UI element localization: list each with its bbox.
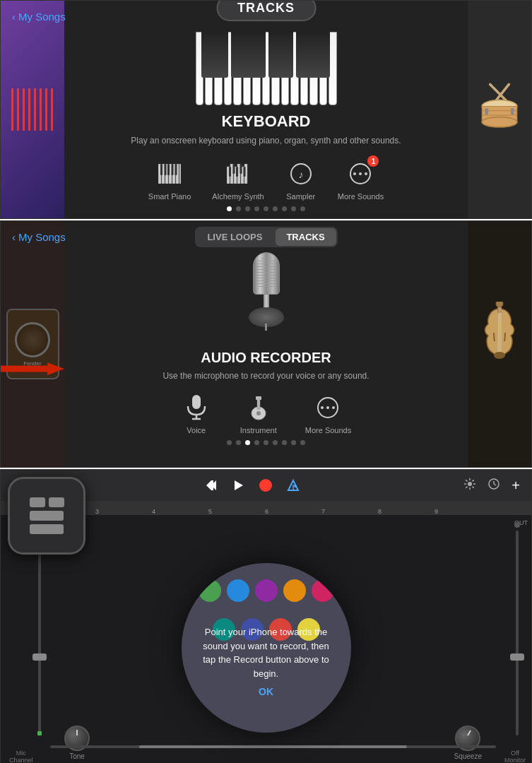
dot-8 xyxy=(291,206,296,211)
circle-text-area: Point your iPhone towards the sound you … xyxy=(196,625,337,697)
rewind-icon xyxy=(205,479,218,492)
panel-recording: + 2 3 4 5 6 7 8 9 IN OUT xyxy=(0,469,532,763)
rewind-button[interactable] xyxy=(205,478,218,492)
more-sounds-item-2[interactable]: More Sounds xyxy=(305,392,351,434)
p2-dot-3 xyxy=(245,440,250,445)
svg-line-70 xyxy=(466,480,468,481)
big-icon-overlay xyxy=(8,477,85,555)
arrow-line xyxy=(0,362,64,375)
panel1-dots xyxy=(227,206,305,211)
violin-visual xyxy=(478,302,521,386)
tab-live-loops[interactable]: LIVE LOOPS xyxy=(196,228,273,246)
blob-pink xyxy=(312,579,334,602)
panel1-left-card[interactable] xyxy=(1,1,64,218)
back-label-1: My Songs xyxy=(18,11,66,23)
sampler-item[interactable]: ♪ Sampler xyxy=(285,158,317,201)
scrollbar-thumb xyxy=(139,745,407,748)
dot-5 xyxy=(264,206,268,211)
ok-button[interactable]: OK xyxy=(196,686,337,697)
back-button-1[interactable]: ‹ My Songs xyxy=(12,11,66,23)
fader-track-left[interactable] xyxy=(38,531,41,735)
white-keys xyxy=(196,32,337,105)
clock-icon xyxy=(487,478,500,490)
metronome-icon xyxy=(287,479,300,492)
sun-icon[interactable] xyxy=(463,478,476,494)
icon-block-wide-2 xyxy=(30,524,64,534)
voice-item[interactable]: Voice xyxy=(181,392,212,434)
fader-right[interactable] xyxy=(503,522,531,735)
panel2-left-card[interactable]: Fender xyxy=(1,221,64,467)
white-key xyxy=(281,32,289,105)
svg-rect-36 xyxy=(485,108,488,114)
blob-purple xyxy=(255,579,278,602)
tab-tracks[interactable]: TRACKS xyxy=(275,228,336,246)
mic-channel-label: Mic Channel xyxy=(4,750,33,763)
ruler-mark-8: 8 xyxy=(378,508,382,515)
p2-dot-6 xyxy=(273,440,278,445)
more-sounds-item[interactable]: 1 More Sounds xyxy=(338,158,384,201)
track-area: IN OUT xyxy=(1,515,531,763)
sampler-label: Sampler xyxy=(286,192,315,201)
chevron-left-icon-2: ‹ xyxy=(12,231,16,243)
svg-point-49 xyxy=(326,406,329,409)
dot-6 xyxy=(273,206,278,211)
svg-point-65 xyxy=(468,482,472,486)
svg-rect-44 xyxy=(256,396,261,400)
smart-piano-item[interactable]: Smart Piano xyxy=(148,158,191,201)
svg-line-72 xyxy=(473,480,474,481)
fader-track-right[interactable] xyxy=(516,531,519,735)
popup-text: Point your iPhone towards the sound you … xyxy=(196,625,337,680)
horizontal-scrollbar[interactable] xyxy=(50,745,496,748)
svg-point-64 xyxy=(294,485,297,487)
svg-rect-21 xyxy=(240,164,242,174)
white-key xyxy=(262,32,270,105)
voice-label: Voice xyxy=(187,426,206,434)
svg-rect-9 xyxy=(167,164,170,175)
icon-row-top xyxy=(30,497,64,507)
back-label-2: My Songs xyxy=(18,231,66,243)
keyboard-visual xyxy=(196,32,337,105)
dot-9 xyxy=(300,206,305,211)
svg-marker-60 xyxy=(235,480,243,490)
panel1-right-card[interactable] xyxy=(468,1,531,218)
plus-button[interactable]: + xyxy=(512,478,520,494)
ruler-mark-9: 9 xyxy=(435,508,438,515)
red-arrow xyxy=(0,362,64,375)
panel1-main: KEYBOARD Play an onscreen keyboard using… xyxy=(64,1,468,218)
fader-thumb-left[interactable] xyxy=(32,653,47,661)
transport-right: + xyxy=(463,478,520,494)
panel2-right-card[interactable] xyxy=(468,221,531,467)
back-button-2[interactable]: ‹ My Songs xyxy=(12,231,66,243)
svg-rect-38 xyxy=(192,395,201,409)
tracks-title: TRACKS xyxy=(237,1,295,15)
p2-dot-5 xyxy=(264,440,268,445)
panel2-icon-row: Voice xyxy=(181,392,351,434)
big-icon-inner xyxy=(30,497,64,534)
play-button[interactable] xyxy=(232,478,244,492)
settings-icon[interactable] xyxy=(487,478,500,494)
monitor-label: Off Monitor xyxy=(504,750,528,763)
ruler-mark-3: 3 xyxy=(95,508,99,515)
dot-3 xyxy=(245,206,250,211)
fader-thumb-right[interactable] xyxy=(510,653,524,661)
white-key xyxy=(252,32,260,105)
arrow-shaft xyxy=(0,362,64,375)
white-key xyxy=(205,32,213,105)
keyboard-desc: Play an onscreen keyboard using piano, o… xyxy=(131,135,401,147)
fader-indicator-right xyxy=(514,522,520,528)
play-icon xyxy=(232,479,244,492)
metronome-button[interactable] xyxy=(287,478,300,492)
white-key xyxy=(290,32,298,105)
panel2-main: AUDIO RECORDER Use the microphone to rec… xyxy=(64,221,468,467)
svg-text:♪: ♪ xyxy=(298,169,303,180)
instrument-icon xyxy=(243,392,274,423)
fader-green-dot xyxy=(37,731,42,735)
alchemy-synth-item[interactable]: Alchemy Synth xyxy=(212,158,264,201)
tracks-title-badge: TRACKS xyxy=(216,0,316,21)
svg-point-48 xyxy=(321,406,324,409)
instrument-item[interactable]: Instrument xyxy=(240,392,277,434)
dot-2 xyxy=(236,206,241,211)
drum-visual xyxy=(475,81,524,138)
svg-point-35 xyxy=(482,117,517,127)
record-button[interactable] xyxy=(259,478,273,492)
